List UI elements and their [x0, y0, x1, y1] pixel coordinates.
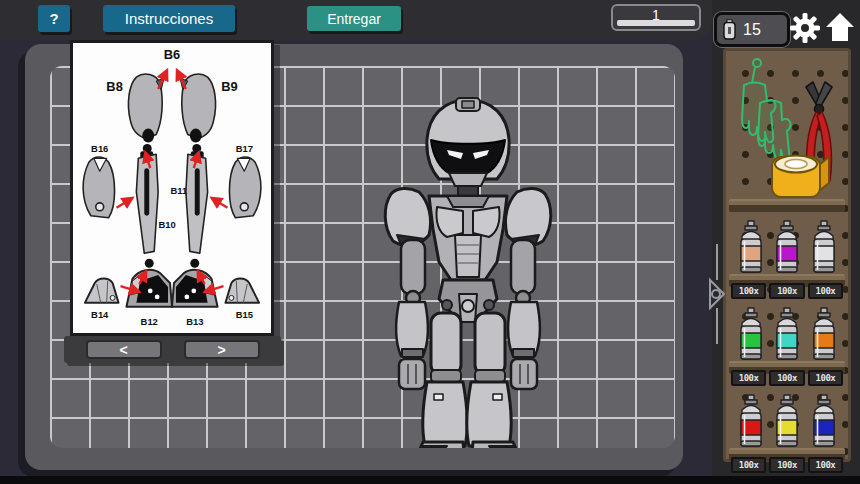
part-label-b15: B15 — [236, 309, 253, 320]
next-page-button[interactable]: > — [184, 340, 260, 359]
submit-button[interactable]: Entregar — [307, 6, 401, 31]
assembly-diagram: B6 B8 B9 B16 B17 B11 B10 B14 B12 B13 B15 — [73, 43, 271, 333]
part-label-b17: B17 — [236, 143, 253, 154]
part-label-b13: B13 — [186, 316, 203, 327]
can-quantity-badge: 100x — [731, 457, 767, 473]
spray-can[interactable] — [773, 220, 801, 274]
spray-can[interactable] — [737, 220, 765, 274]
gloves-tool[interactable] — [732, 57, 792, 161]
paint-row: 100x100x100x — [728, 303, 846, 386]
pegboard: 100x100x100x 100x100x100x — [723, 48, 851, 462]
level-progress-bar — [617, 20, 695, 26]
can-quantity-badge: 100x — [808, 457, 844, 473]
spray-can[interactable] — [773, 394, 801, 448]
spray-can[interactable] — [737, 394, 765, 448]
spray-can[interactable] — [810, 307, 838, 361]
can-quantity-badge: 100x — [769, 457, 805, 473]
part-label-b9: B9 — [221, 79, 237, 94]
part-label-b14: B14 — [91, 309, 109, 320]
tape-tool[interactable] — [770, 149, 832, 201]
part-label-b8: B8 — [106, 79, 122, 94]
instruction-panel: B6 B8 B9 B16 B17 B11 B10 B14 B12 B13 B15 — [70, 40, 274, 336]
part-label-b6: B6 — [164, 47, 180, 62]
part-label-b11: B11 — [171, 185, 188, 196]
paint-row: 100x100x100x — [728, 390, 846, 473]
spray-can[interactable] — [773, 307, 801, 361]
home-icon[interactable] — [824, 11, 856, 43]
instructions-button[interactable]: Instrucciones — [103, 5, 235, 32]
part-label-b12: B12 — [141, 316, 158, 327]
battery-icon — [723, 19, 736, 40]
resource-count: 15 — [743, 21, 761, 39]
spray-can[interactable] — [810, 220, 838, 274]
top-toolbar: ? Instrucciones Entregar 1 — [0, 0, 712, 40]
bottom-edge-bar — [0, 476, 860, 484]
paint-shelves: 100x100x100x 100x100x100x — [728, 199, 846, 473]
side-panel-toggle-arrow-icon[interactable] — [707, 242, 727, 346]
spray-can[interactable] — [737, 307, 765, 361]
can-quantity-badge: 100x — [731, 370, 767, 386]
can-quantity-badge: 100x — [769, 283, 805, 299]
can-quantity-badge: 100x — [808, 283, 844, 299]
can-quantity-badge: 100x — [769, 370, 805, 386]
help-button[interactable]: ? — [38, 5, 70, 32]
part-label-b10: B10 — [158, 219, 175, 230]
instruction-pager: < > — [64, 336, 281, 363]
paint-row: 100x100x100x — [728, 216, 846, 299]
shop-panel: 15 — [712, 0, 860, 484]
prev-page-button[interactable]: < — [86, 340, 162, 359]
shelf — [729, 199, 845, 212]
part-label-b16: B16 — [91, 143, 108, 154]
level-progress-indicator: 1 — [611, 4, 701, 31]
spray-can[interactable] — [810, 394, 838, 448]
can-quantity-badge: 100x — [808, 370, 844, 386]
can-quantity-badge: 100x — [731, 283, 767, 299]
resource-counter: 15 — [714, 12, 790, 47]
robot-figure[interactable] — [363, 94, 573, 448]
gear-icon[interactable] — [790, 13, 820, 43]
